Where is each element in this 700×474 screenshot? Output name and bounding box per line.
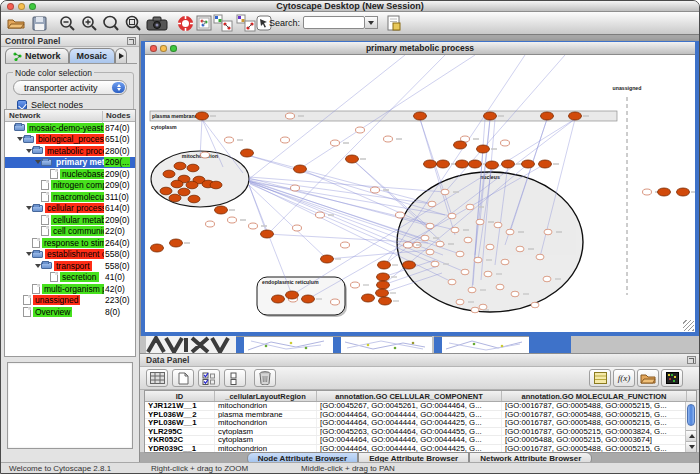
graph-node[interactable] — [206, 221, 215, 227]
vizmapper-node-icon[interactable] — [211, 13, 235, 33]
background-window-sliver[interactable] — [236, 336, 333, 353]
graph-node[interactable] — [210, 181, 222, 189]
node-color-dropdown[interactable]: transporter activity — [13, 80, 127, 95]
table-column-header[interactable]: annotation.GO MOLECULAR_FUNCTION — [502, 391, 687, 401]
graph-node[interactable] — [187, 164, 199, 172]
tree-row[interactable]: Overview8(0) — [5, 306, 135, 318]
tree-row[interactable]: mosaic-demo-yeast874(0) — [5, 122, 135, 134]
graph-node[interactable] — [494, 222, 502, 228]
tree-row[interactable]: nitrogen compo...209(0) — [5, 180, 135, 192]
tree-row[interactable]: response to stimul...264(0) — [5, 237, 135, 249]
graph-node[interactable] — [291, 185, 300, 191]
graph-node[interactable] — [502, 160, 515, 168]
graph-node[interactable] — [281, 137, 290, 143]
tree-row[interactable]: cellular process614(0) — [5, 203, 135, 215]
expander-icon[interactable] — [34, 264, 41, 268]
graph-node[interactable] — [516, 246, 524, 252]
tree-row[interactable]: cell communicat...22(0) — [5, 226, 135, 238]
graph-node[interactable] — [543, 276, 551, 282]
attribute-table-icon[interactable] — [146, 369, 168, 387]
table-column-header[interactable]: _cellularLayoutRegion — [215, 391, 317, 401]
graph-node[interactable] — [346, 155, 359, 163]
graph-node[interactable] — [477, 145, 490, 153]
graph-node[interactable] — [316, 212, 325, 218]
snapshot-icon[interactable] — [144, 13, 170, 33]
graph-node[interactable] — [379, 297, 392, 305]
graph-node[interactable] — [186, 181, 198, 189]
table-column-header[interactable]: ID — [145, 391, 215, 401]
graph-node[interactable] — [658, 188, 671, 196]
graph-node[interactable] — [331, 299, 340, 305]
delete-attribute-icon[interactable] — [254, 369, 276, 387]
graph-node[interactable] — [421, 235, 429, 241]
graph-node[interactable] — [456, 299, 464, 305]
graph-node[interactable] — [464, 237, 472, 243]
graph-node[interactable] — [341, 242, 350, 248]
scrollbar-thumb[interactable] — [687, 404, 695, 426]
attribute-table[interactable]: ID_cellularLayoutRegionannotation.GO CEL… — [144, 390, 697, 453]
tree-row[interactable]: transport558(0) — [5, 260, 135, 272]
graph-node[interactable] — [451, 227, 459, 233]
graph-node[interactable] — [294, 165, 307, 173]
table-row[interactable]: YLR295Ccytoplasm[GO:0045263, GO:0044464,… — [145, 428, 696, 437]
expander-icon[interactable] — [25, 206, 32, 210]
table-row[interactable]: YPL036W__1mitochondrion[GO:0044464, GO:0… — [145, 419, 696, 428]
graph-node[interactable] — [261, 230, 274, 238]
tree-row[interactable]: unassigned223(0) — [5, 295, 135, 307]
graph-node[interactable] — [302, 295, 315, 303]
function-builder-icon[interactable]: f(x) — [613, 369, 635, 387]
network-close-button[interactable] — [150, 45, 157, 52]
zoom-window-button[interactable] — [29, 3, 36, 10]
graph-node[interactable] — [511, 291, 519, 297]
graph-node[interactable] — [377, 273, 390, 281]
tab-network-attribute-browser[interactable]: Network Attribute Browser — [469, 452, 592, 462]
graph-node[interactable] — [484, 271, 492, 277]
graph-node[interactable] — [496, 284, 504, 290]
graph-node[interactable] — [677, 188, 690, 196]
graph-node[interactable] — [378, 261, 391, 269]
graph-node[interactable] — [486, 161, 499, 169]
import-attributes-icon[interactable] — [637, 369, 659, 387]
graph-node[interactable] — [377, 281, 390, 289]
tab-overflow-arrow-icon[interactable] — [115, 48, 127, 63]
birdseye-view[interactable] — [7, 362, 133, 449]
table-row[interactable]: YJR121W__1mitochondrion[GO:0045267, GO:0… — [145, 402, 696, 411]
graph-node[interactable] — [501, 140, 510, 146]
background-window-sliver[interactable] — [333, 336, 432, 353]
graph-node[interactable] — [331, 140, 340, 146]
graph-node[interactable] — [454, 141, 467, 149]
tree-header[interactable]: Network Nodes — [5, 110, 135, 122]
table-scrollbar[interactable] — [685, 402, 696, 452]
zoom-fit-icon[interactable] — [122, 13, 144, 33]
graph-node[interactable] — [376, 289, 389, 297]
close-window-button[interactable] — [7, 3, 14, 10]
search-input[interactable] — [303, 16, 365, 29]
table-row[interactable]: YPL036W__2plasma membrane[GO:0044464, GO… — [145, 411, 696, 420]
scroll-down-icon[interactable] — [686, 441, 697, 452]
graph-node[interactable] — [396, 212, 405, 218]
graph-node[interactable] — [171, 180, 183, 188]
graph-node[interactable] — [351, 282, 360, 288]
minimize-window-button[interactable] — [18, 3, 25, 10]
graph-node[interactable] — [448, 279, 456, 285]
tab-node-attribute-browser[interactable]: Node Attribute Browser — [247, 452, 359, 462]
tree-row[interactable]: biological_process651(0) — [5, 134, 135, 146]
graph-node[interactable] — [371, 187, 380, 193]
graph-node[interactable] — [241, 149, 254, 157]
graph-node[interactable] — [286, 291, 299, 299]
graph-node[interactable] — [506, 229, 514, 235]
graph-node[interactable] — [160, 187, 172, 195]
tree-row[interactable]: establishment of lo...558(0) — [5, 249, 135, 261]
graph-node[interactable] — [249, 223, 258, 229]
tree-row[interactable]: primary metabo...209(... — [5, 157, 135, 169]
network-window-titlebar[interactable]: primary metabolic process — [145, 42, 695, 55]
graph-node[interactable] — [539, 160, 552, 168]
network-view-window[interactable]: primary metabolic process plasma membran… — [141, 41, 699, 336]
graph-node[interactable] — [441, 189, 449, 195]
graph-node[interactable] — [286, 113, 295, 119]
annotation-icon[interactable] — [383, 13, 405, 33]
graph-node[interactable] — [541, 112, 554, 120]
graph-node[interactable] — [424, 160, 437, 168]
graph-node[interactable] — [461, 269, 469, 275]
tree-row[interactable]: nucleobase-...209(0) — [5, 168, 135, 180]
